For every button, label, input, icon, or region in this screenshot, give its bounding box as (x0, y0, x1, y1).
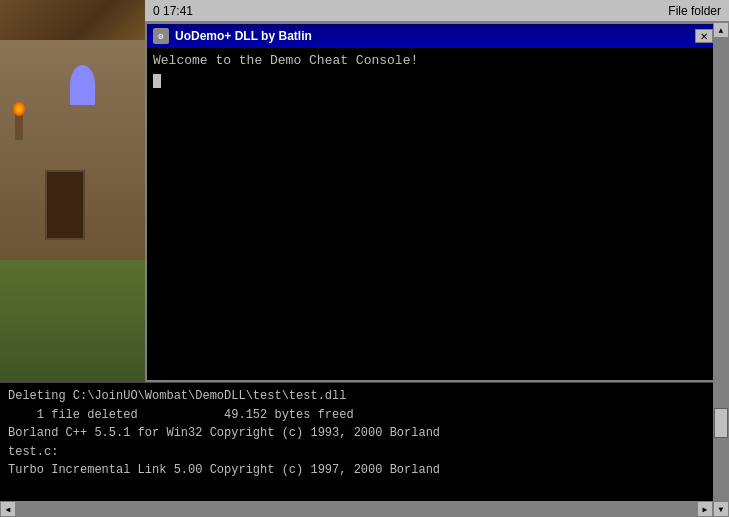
scroll-down-button[interactable]: ▼ (713, 501, 729, 517)
scroll-thumb-vertical[interactable] (714, 408, 728, 438)
scroll-track-vertical[interactable] (713, 38, 729, 501)
console-body[interactable]: Welcome to the Demo Cheat Console! (147, 48, 719, 380)
taskbar-label: File folder (668, 4, 721, 18)
scroll-up-button[interactable]: ▲ (713, 22, 729, 38)
terminal-body[interactable]: Deleting C:\JoinUO\Wombat\DemoDLL\test\t… (0, 383, 721, 498)
console-welcome-text: Welcome to the Demo Cheat Console! (153, 52, 713, 70)
console-title: UoDemo+ DLL by Batlin (175, 29, 312, 43)
terminal-window: Deleting C:\JoinUO\Wombat\DemoDLL\test\t… (0, 382, 721, 517)
scrollbar-right[interactable]: ▲ ▼ (713, 22, 729, 517)
scroll-left-button[interactable]: ◀ (0, 501, 16, 517)
terminal-line-1: Deleting C:\JoinUO\Wombat\DemoDLL\test\t… (8, 387, 713, 498)
taskbar-top: 0 17:41 File folder (145, 0, 729, 22)
scroll-right-button[interactable]: ▶ (697, 501, 713, 517)
console-titlebar: ⚙ UoDemo+ DLL by Batlin ✕ (147, 24, 719, 48)
console-window-icon: ⚙ (153, 28, 169, 44)
scroll-track-horizontal[interactable] (16, 501, 697, 517)
close-button[interactable]: ✕ (695, 29, 713, 43)
taskbar-time: 0 17:41 (153, 4, 193, 18)
console-cursor (153, 74, 161, 88)
scrollbar-bottom[interactable]: ◀ ▶ (0, 501, 713, 517)
console-cursor-line (153, 70, 713, 88)
console-window: ⚙ UoDemo+ DLL by Batlin ✕ Welcome to the… (145, 22, 721, 382)
